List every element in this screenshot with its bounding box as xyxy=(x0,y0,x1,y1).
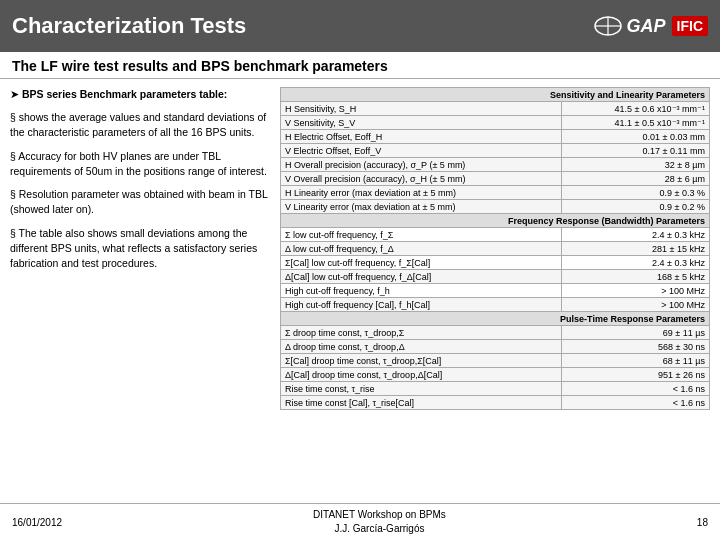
param-value: 69 ± 11 µs xyxy=(562,326,710,340)
param-value: 281 ± 15 kHz xyxy=(562,242,710,256)
header: Characterization Tests GAP IFIC xyxy=(0,0,720,52)
footer-line2: J.J. García-Garrigós xyxy=(313,522,446,536)
param-name: Δ low cut-off frequency, f_Δ xyxy=(281,242,562,256)
param-name: H Sensitivity, S_H xyxy=(281,102,562,116)
intro-paragraph: ➤ BPS series Benchmark parameters table: xyxy=(10,87,270,102)
table-row: Σ[Cal] low cut-off frequency, f_Σ[Cal]2.… xyxy=(281,256,710,270)
param-name: Rise time const, τ_rise xyxy=(281,382,562,396)
footer-center: DITANET Workshop on BPMs J.J. García-Gar… xyxy=(313,508,446,536)
param-value: < 1.6 ns xyxy=(562,382,710,396)
param-name: Rise time const [Cal], τ_rise[Cal] xyxy=(281,396,562,410)
table-section-header: Pulse-Time Response Parameters xyxy=(281,312,710,326)
table-row: Δ[Cal] low cut-off frequency, f_Δ[Cal]16… xyxy=(281,270,710,284)
param-value: < 1.6 ns xyxy=(562,396,710,410)
table-row: V Linearity error (max deviation at ± 5 … xyxy=(281,200,710,214)
param-value: 41.5 ± 0.6 x10⁻³ mm⁻¹ xyxy=(562,102,710,116)
table-row: H Sensitivity, S_H41.5 ± 0.6 x10⁻³ mm⁻¹ xyxy=(281,102,710,116)
bullet3-paragraph: § Resolution parameter was obtained with… xyxy=(10,187,270,217)
param-value: 0.01 ± 0.03 mm xyxy=(562,130,710,144)
page-title: Characterization Tests xyxy=(12,13,246,39)
bullet3-icon: § xyxy=(10,188,19,200)
footer-page: 18 xyxy=(697,517,708,528)
param-name: High cut-off frequency, f_h xyxy=(281,284,562,298)
table-row: Σ[Cal] droop time const, τ_droop,Σ[Cal]6… xyxy=(281,354,710,368)
bullet1-icon: § xyxy=(10,111,19,123)
param-value: 568 ± 30 ns xyxy=(562,340,710,354)
gap-text: GAP xyxy=(627,16,666,37)
ific-logo: IFIC xyxy=(672,16,708,36)
intro-bold: BPS series Benchmark parameters table: xyxy=(22,88,227,100)
table-row: Δ droop time const, τ_droop,Δ568 ± 30 ns xyxy=(281,340,710,354)
table-section-header: Frequency Response (Bandwidth) Parameter… xyxy=(281,214,710,228)
bullet1-paragraph: § shows the average values and standard … xyxy=(10,110,270,140)
table-row: Σ low cut-off frequency, f_Σ2.4 ± 0.3 kH… xyxy=(281,228,710,242)
param-value: 168 ± 5 kHz xyxy=(562,270,710,284)
bullet4-text: The table also shows small deviations am… xyxy=(10,227,257,269)
param-name: Σ[Cal] droop time const, τ_droop,Σ[Cal] xyxy=(281,354,562,368)
param-value: 0.17 ± 0.11 mm xyxy=(562,144,710,158)
table-row: Δ[Cal] droop time const, τ_droop,Δ[Cal]9… xyxy=(281,368,710,382)
param-value: 2.4 ± 0.3 kHz xyxy=(562,228,710,242)
main-content: ➤ BPS series Benchmark parameters table:… xyxy=(0,79,720,418)
gap-logo: GAP xyxy=(593,15,666,37)
table-row: H Overall precision (accuracy), σ_P (± 5… xyxy=(281,158,710,172)
param-value: 41.1 ± 0.5 x10⁻³ mm⁻¹ xyxy=(562,116,710,130)
param-name: Σ droop time const, τ_droop,Σ xyxy=(281,326,562,340)
param-name: H Linearity error (max deviation at ± 5 … xyxy=(281,186,562,200)
footer-date: 16/01/2012 xyxy=(12,517,62,528)
bullet2-paragraph: § Accuracy for both HV planes are under … xyxy=(10,149,270,179)
table-row: Σ droop time const, τ_droop,Σ69 ± 11 µs xyxy=(281,326,710,340)
bullet4-icon: § xyxy=(10,227,19,239)
bullet1-text: shows the average values and standard de… xyxy=(10,111,266,138)
bullet2-text: Accuracy for both HV planes are under TB… xyxy=(10,150,267,177)
bullet4-paragraph: § The table also shows small deviations … xyxy=(10,226,270,272)
param-name: Σ[Cal] low cut-off frequency, f_Σ[Cal] xyxy=(281,256,562,270)
subtitle-bar: The LF wire test results and BPS benchma… xyxy=(0,52,720,79)
param-name: High cut-off frequency [Cal], f_h[Cal] xyxy=(281,298,562,312)
table-row: High cut-off frequency [Cal], f_h[Cal]> … xyxy=(281,298,710,312)
param-name: V Linearity error (max deviation at ± 5 … xyxy=(281,200,562,214)
param-name: H Overall precision (accuracy), σ_P (± 5… xyxy=(281,158,562,172)
table-row: H Electric Offset, Eoff_H0.01 ± 0.03 mm xyxy=(281,130,710,144)
table-row: V Sensitivity, S_V41.1 ± 0.5 x10⁻³ mm⁻¹ xyxy=(281,116,710,130)
bullet3-text: Resolution parameter was obtained with b… xyxy=(10,188,267,215)
param-value: 951 ± 26 ns xyxy=(562,368,710,382)
param-value: 0.9 ± 0.2 % xyxy=(562,200,710,214)
footer-line1: DITANET Workshop on BPMs xyxy=(313,508,446,522)
param-name: V Overall precision (accuracy), σ_H (± 5… xyxy=(281,172,562,186)
table-row: Rise time const [Cal], τ_rise[Cal]< 1.6 … xyxy=(281,396,710,410)
param-value: 32 ± 8 µm xyxy=(562,158,710,172)
subtitle-text: The LF wire test results and BPS benchma… xyxy=(12,58,388,74)
table-row: V Overall precision (accuracy), σ_H (± 5… xyxy=(281,172,710,186)
gap-logo-icon xyxy=(593,15,623,37)
param-name: V Electric Offset, Eoff_V xyxy=(281,144,562,158)
param-name: Δ[Cal] low cut-off frequency, f_Δ[Cal] xyxy=(281,270,562,284)
param-value: 2.4 ± 0.3 kHz xyxy=(562,256,710,270)
logos-area: GAP IFIC xyxy=(593,15,708,37)
param-value: > 100 MHz xyxy=(562,284,710,298)
param-name: H Electric Offset, Eoff_H xyxy=(281,130,562,144)
table-row: Rise time const, τ_rise< 1.6 ns xyxy=(281,382,710,396)
bullet2-icon: § xyxy=(10,150,18,162)
param-name: Δ droop time const, τ_droop,Δ xyxy=(281,340,562,354)
table-section-header: Sensitivity and Linearity Parameters xyxy=(281,88,710,102)
parameters-table: Sensitivity and Linearity ParametersH Se… xyxy=(280,87,710,410)
right-column: Sensitivity and Linearity ParametersH Se… xyxy=(280,87,710,410)
param-value: 0.9 ± 0.3 % xyxy=(562,186,710,200)
footer: 16/01/2012 DITANET Workshop on BPMs J.J.… xyxy=(0,503,720,540)
param-value: > 100 MHz xyxy=(562,298,710,312)
table-row: High cut-off frequency, f_h> 100 MHz xyxy=(281,284,710,298)
table-row: Δ low cut-off frequency, f_Δ281 ± 15 kHz xyxy=(281,242,710,256)
table-row: H Linearity error (max deviation at ± 5 … xyxy=(281,186,710,200)
intro-bullet-icon: ➤ xyxy=(10,88,22,100)
table-row: V Electric Offset, Eoff_V0.17 ± 0.11 mm xyxy=(281,144,710,158)
left-column: ➤ BPS series Benchmark parameters table:… xyxy=(10,87,270,410)
param-name: Δ[Cal] droop time const, τ_droop,Δ[Cal] xyxy=(281,368,562,382)
param-name: Σ low cut-off frequency, f_Σ xyxy=(281,228,562,242)
param-name: V Sensitivity, S_V xyxy=(281,116,562,130)
param-value: 28 ± 6 µm xyxy=(562,172,710,186)
param-value: 68 ± 11 µs xyxy=(562,354,710,368)
